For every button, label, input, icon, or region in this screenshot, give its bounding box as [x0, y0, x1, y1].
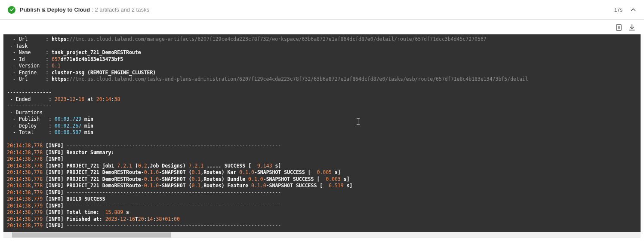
horizontal-scrollbar[interactable] — [3, 232, 641, 238]
stage-header: Publish & Deploy to Cloud : 2 artifacts … — [0, 0, 644, 20]
stage-title: Publish & Deploy to Cloud — [20, 6, 90, 13]
scrollbar-thumb[interactable] — [12, 232, 171, 238]
download-log-button[interactable] — [628, 23, 636, 32]
success-icon — [8, 6, 15, 14]
copy-log-button[interactable] — [615, 23, 623, 32]
stage-duration: 17s — [614, 7, 622, 13]
build-log[interactable]: - Url : https://tmc.us.cloud.talend.com/… — [3, 34, 641, 232]
stage-subtitle: : 2 artifacts and 2 tasks — [92, 6, 149, 13]
collapse-toggle[interactable] — [630, 7, 636, 13]
console-toolbar — [0, 20, 644, 34]
